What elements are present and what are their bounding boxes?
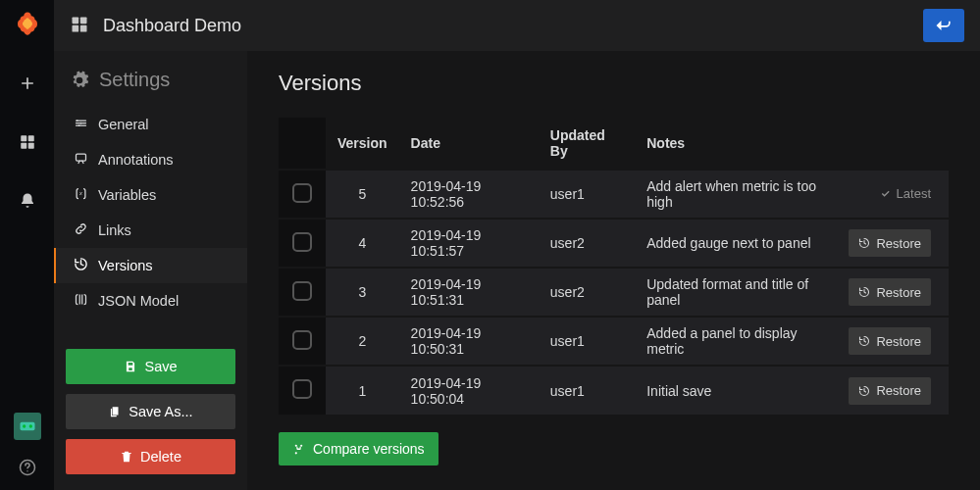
save-button[interactable]: Save <box>66 349 235 384</box>
sidebar-item-json-model[interactable]: JSON Model <box>54 283 247 318</box>
restore-button[interactable]: Restore <box>849 377 931 405</box>
svg-rect-0 <box>21 135 26 141</box>
history-icon <box>858 237 870 249</box>
col-updated-by: Updated By <box>539 118 635 170</box>
table-row: 42019-04-19 10:51:57user2Added gauge nex… <box>279 219 949 268</box>
table-row: 22019-04-19 10:50:31user1Added a panel t… <box>279 317 949 366</box>
compare-versions-label: Compare versions <box>313 441 425 457</box>
link-icon <box>74 221 88 239</box>
cell-version: 1 <box>326 366 399 415</box>
compare-versions-button[interactable]: Compare versions <box>279 432 438 466</box>
plus-icon[interactable] <box>11 67 44 100</box>
cell-notes: Added gauge next to panel <box>635 219 835 268</box>
sidebar-item-links[interactable]: Links <box>54 213 247 248</box>
svg-rect-9 <box>73 17 79 24</box>
back-button[interactable] <box>923 9 964 42</box>
cell-notes: Initial save <box>635 366 835 415</box>
sidebar-item-label: Annotations <box>98 152 174 168</box>
history-icon <box>858 385 870 397</box>
col-date: Date <box>399 118 539 170</box>
top-bar: Dashboard Demo <box>54 0 980 51</box>
cell-version: 5 <box>326 170 399 219</box>
cell-version: 4 <box>326 219 399 268</box>
svg-point-6 <box>28 424 31 427</box>
svg-rect-2 <box>21 143 26 149</box>
page-title: Dashboard Demo <box>103 16 241 36</box>
sidebar-item-label: Variables <box>98 187 156 203</box>
svg-rect-4 <box>20 422 34 430</box>
history-icon <box>858 335 870 347</box>
svg-rect-1 <box>27 135 33 141</box>
versions-table: Version Date Updated By Notes 52019-04-1… <box>279 118 949 415</box>
svg-point-13 <box>77 120 78 122</box>
content-area: Versions Version Date Updated By Notes 5… <box>247 51 980 490</box>
variables-icon: x <box>74 186 88 204</box>
cell-updated-by: user1 <box>539 366 635 415</box>
cell-notes: Added a panel to display metric <box>635 317 835 366</box>
annotation-icon <box>74 151 88 169</box>
table-row: 32019-04-19 10:51:31user2Updated format … <box>279 268 949 317</box>
sidebar-item-label: Versions <box>98 258 153 273</box>
save-as-button[interactable]: Save As... <box>66 394 235 429</box>
sidebar-item-variables[interactable]: xVariables <box>54 177 247 213</box>
cell-date: 2019-04-19 10:51:57 <box>399 219 539 268</box>
cell-updated-by: user2 <box>539 219 635 268</box>
restore-button[interactable]: Restore <box>849 278 931 306</box>
svg-rect-12 <box>80 24 87 31</box>
gear-icon <box>70 71 89 90</box>
trash-icon <box>120 450 133 464</box>
table-row: 12019-04-19 10:50:04user1Initial saveRes… <box>279 366 949 415</box>
svg-point-15 <box>78 124 80 126</box>
cell-notes: Updated format and title of panel <box>635 268 835 317</box>
copy-icon <box>108 405 122 418</box>
latest-label: Latest <box>880 186 931 201</box>
branch-icon <box>292 443 305 456</box>
json-icon <box>74 292 88 310</box>
sidebar-item-general[interactable]: General <box>54 107 247 142</box>
save-button-label: Save <box>144 359 177 374</box>
sliders-icon <box>74 116 88 133</box>
alert-bell-icon[interactable] <box>11 184 44 218</box>
table-row: 52019-04-19 10:52:56user1Add alert when … <box>279 170 949 219</box>
settings-heading-label: Settings <box>99 69 170 91</box>
svg-point-14 <box>80 122 82 124</box>
cell-date: 2019-04-19 10:50:31 <box>399 317 539 366</box>
cell-date: 2019-04-19 10:50:04 <box>399 366 539 415</box>
cell-notes: Add alert when metric is too high <box>635 170 835 219</box>
sidebar-item-label: General <box>98 117 149 132</box>
user-avatar[interactable] <box>14 413 41 440</box>
sidebar-item-versions[interactable]: Versions <box>54 248 247 283</box>
save-icon <box>124 360 137 373</box>
cell-version: 3 <box>326 268 399 317</box>
sidebar-item-annotations[interactable]: Annotations <box>54 142 247 177</box>
svg-rect-10 <box>80 17 87 24</box>
grafana-logo-icon[interactable] <box>11 8 44 41</box>
save-as-button-label: Save As... <box>129 404 192 419</box>
settings-sidebar: Settings GeneralAnnotationsxVariablesLin… <box>54 51 247 490</box>
svg-rect-3 <box>27 143 33 149</box>
cell-date: 2019-04-19 10:52:56 <box>399 170 539 219</box>
row-checkbox[interactable] <box>292 330 312 350</box>
restore-button[interactable]: Restore <box>849 327 931 355</box>
row-checkbox[interactable] <box>292 183 312 203</box>
cell-date: 2019-04-19 10:51:31 <box>399 268 539 317</box>
col-notes: Notes <box>635 118 835 170</box>
svg-rect-11 <box>73 24 79 31</box>
nav-rail <box>0 0 54 490</box>
row-checkbox[interactable] <box>292 281 312 301</box>
svg-point-5 <box>23 424 26 427</box>
row-checkbox[interactable] <box>292 379 312 399</box>
cell-version: 2 <box>326 317 399 366</box>
svg-rect-16 <box>77 154 86 161</box>
cell-updated-by: user2 <box>539 268 635 317</box>
dashboard-grid-icon[interactable] <box>11 125 44 159</box>
help-icon[interactable] <box>18 458 37 480</box>
row-checkbox[interactable] <box>292 232 312 252</box>
svg-text:x: x <box>78 190 82 196</box>
restore-button[interactable]: Restore <box>849 229 931 257</box>
col-version: Version <box>326 118 399 170</box>
cell-updated-by: user1 <box>539 317 635 366</box>
history-icon <box>858 286 870 298</box>
delete-button[interactable]: Delete <box>66 439 235 474</box>
cell-updated-by: user1 <box>539 170 635 219</box>
